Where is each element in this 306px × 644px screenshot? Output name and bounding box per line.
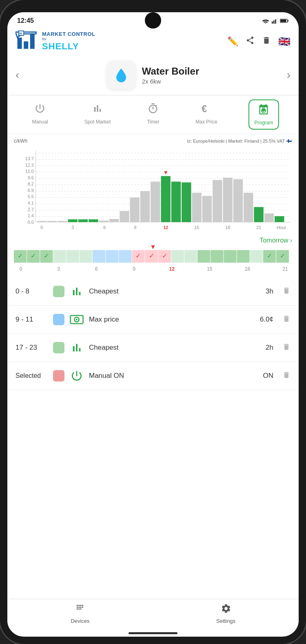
tab-manual[interactable]: Manual xyxy=(27,99,53,130)
status-icons xyxy=(262,18,289,24)
rule-time-0: 0 - 8 xyxy=(16,287,48,296)
svg-rect-5 xyxy=(288,20,289,21)
nav-devices[interactable]: Devices xyxy=(7,603,153,624)
svg-rect-57 xyxy=(223,178,232,222)
rule-value-1: 6.0¢ xyxy=(260,315,273,324)
svg-rect-92 xyxy=(197,250,210,262)
svg-text:✓: ✓ xyxy=(135,252,141,259)
svg-point-108 xyxy=(78,607,80,608)
svg-point-105 xyxy=(78,605,80,606)
header-actions: ✏️ 🇬🇧 xyxy=(227,36,290,47)
svg-point-109 xyxy=(80,607,81,608)
svg-rect-1 xyxy=(273,20,275,24)
svg-text:✓: ✓ xyxy=(44,252,49,259)
svg-text:3: 3 xyxy=(71,225,74,230)
svg-text:9.6: 9.6 xyxy=(28,175,34,180)
settings-icon xyxy=(221,603,231,616)
rule-delete-1[interactable] xyxy=(282,315,290,325)
svg-point-103 xyxy=(76,319,78,320)
rule-delete-0[interactable] xyxy=(282,287,290,297)
rule-time-1: 9 - 11 xyxy=(16,315,48,324)
svg-rect-48 xyxy=(140,191,150,222)
edit-icon[interactable]: ✏️ xyxy=(227,36,238,47)
svg-rect-53 xyxy=(182,183,191,222)
svg-rect-42 xyxy=(78,219,88,222)
tab-spot-market-label: Spot Market xyxy=(84,119,111,125)
svg-text:12.3: 12.3 xyxy=(25,163,34,168)
svg-rect-44 xyxy=(99,221,108,222)
rule-color-2 xyxy=(53,342,64,353)
device-icon-box xyxy=(107,61,135,89)
logo-shelly: SHELLY xyxy=(42,42,95,51)
svg-rect-46 xyxy=(120,211,129,222)
timeline-section: ▼ ✓ ✓ ✓ xyxy=(7,247,299,276)
next-device-button[interactable]: › xyxy=(287,68,290,82)
flag-icon: 🇬🇧 xyxy=(278,36,290,47)
svg-rect-60 xyxy=(254,207,263,222)
tab-program-label: Program xyxy=(254,120,273,126)
rule-delete-3[interactable] xyxy=(282,371,290,381)
delete-icon[interactable] xyxy=(262,36,271,47)
chart-area[interactable]: 0.0 1.4 2.7 4.1 5.5 6.9 8.2 9.6 11.0 12.… xyxy=(14,146,292,235)
svg-rect-80 xyxy=(80,250,92,262)
svg-rect-9 xyxy=(30,34,35,49)
device-info: Water Boiler 2x 6kw xyxy=(26,61,280,89)
bar-chart: 0.0 1.4 2.7 4.1 5.5 6.9 8.2 9.6 11.0 12.… xyxy=(14,146,292,235)
svg-text:✓: ✓ xyxy=(18,252,23,259)
svg-text:✓: ✓ xyxy=(280,252,285,259)
device-title-area: Water Boiler 2x 6kw xyxy=(142,66,199,85)
rule-delete-2[interactable] xyxy=(282,343,290,353)
mode-tabs: Manual Spot Market Timer € xyxy=(7,95,299,134)
rule-mode-label-3: Manual ON xyxy=(89,372,258,380)
tab-timer[interactable]: Timer xyxy=(142,99,164,130)
rule-row: 17 - 23 Cheapest 2h xyxy=(7,334,299,362)
rule-row: 0 - 8 Cheapest 3h xyxy=(7,278,299,306)
battery-icon xyxy=(280,18,289,24)
svg-text:11.0: 11.0 xyxy=(25,169,34,174)
tab-max-price[interactable]: € Max Price xyxy=(191,99,222,130)
svg-rect-39 xyxy=(47,221,57,222)
svg-rect-49 xyxy=(151,182,160,222)
svg-text:21: 21 xyxy=(256,225,261,230)
svg-rect-59 xyxy=(244,193,253,222)
svg-rect-55 xyxy=(202,196,212,222)
svg-text:✓: ✓ xyxy=(267,252,272,259)
svg-rect-81 xyxy=(93,250,105,262)
rule-value-3: ON xyxy=(263,372,274,380)
rule-color-3 xyxy=(53,370,64,382)
rule-mode-icon-1 xyxy=(69,312,84,327)
svg-rect-56 xyxy=(213,180,222,222)
svg-rect-7 xyxy=(18,37,22,49)
tab-program[interactable]: Program xyxy=(248,99,279,130)
tab-spot-market[interactable]: Spot Market xyxy=(80,99,116,130)
svg-rect-78 xyxy=(53,250,66,262)
chart-unit: c/kWh xyxy=(14,138,27,144)
svg-rect-95 xyxy=(237,250,250,262)
nav-settings[interactable]: Settings xyxy=(153,603,299,624)
share-icon[interactable] xyxy=(246,36,255,47)
main-content: Manual Spot Market Timer € xyxy=(7,95,299,599)
svg-text:12: 12 xyxy=(163,225,168,230)
rule-value-2: 2h xyxy=(266,344,273,352)
svg-point-110 xyxy=(76,608,78,609)
logo-icon: H xyxy=(16,30,38,53)
prev-device-button[interactable]: ‹ xyxy=(16,68,19,82)
svg-rect-0 xyxy=(272,22,273,24)
svg-rect-62 xyxy=(275,216,284,222)
svg-rect-83 xyxy=(119,250,131,262)
svg-rect-82 xyxy=(106,250,118,262)
svg-rect-2 xyxy=(275,20,276,24)
rule-mode-label-0: Cheapest xyxy=(89,287,261,296)
rule-mode-label-1: Max price xyxy=(89,315,255,324)
svg-rect-40 xyxy=(58,221,67,222)
rule-time-3: Selected xyxy=(16,372,48,379)
svg-rect-58 xyxy=(233,179,243,222)
svg-rect-96 xyxy=(250,250,263,262)
svg-text:€: € xyxy=(202,104,207,114)
svg-text:8.2: 8.2 xyxy=(28,181,34,186)
rule-mode-label-2: Cheapest xyxy=(89,344,261,352)
svg-rect-38 xyxy=(37,221,47,222)
svg-text:2.7: 2.7 xyxy=(28,207,34,212)
svg-rect-47 xyxy=(130,198,139,222)
rule-row: 9 - 11 Max price 6.0¢ xyxy=(7,306,299,334)
